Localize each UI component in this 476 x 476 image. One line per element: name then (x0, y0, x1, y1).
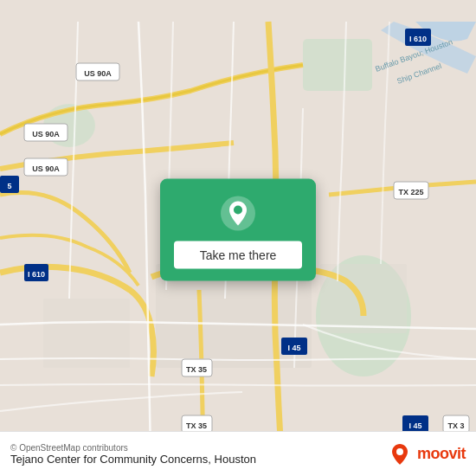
svg-point-36 (234, 206, 242, 215)
svg-rect-5 (43, 299, 130, 368)
svg-text:TX 35: TX 35 (186, 365, 207, 374)
svg-text:I 45: I 45 (408, 421, 421, 430)
location-name: Tejano Center for Community Concerns, Ho… (10, 453, 256, 466)
svg-point-37 (396, 448, 403, 455)
map-container: US 90A US 90A US 90A 5 I 610 I 610 I 45 … (0, 0, 476, 476)
bottom-bar: © OpenStreetMap contributors Tejano Cent… (0, 431, 476, 476)
moovit-pin-icon (388, 442, 412, 466)
svg-text:I 610: I 610 (28, 270, 45, 279)
moovit-brand-text: moovit (417, 445, 466, 463)
svg-text:I 45: I 45 (287, 344, 300, 352)
osm-credit: © OpenStreetMap contributors (10, 443, 256, 453)
moovit-logo: moovit (388, 442, 466, 466)
svg-text:TX 35: TX 35 (186, 421, 207, 430)
svg-text:US 90A: US 90A (32, 130, 60, 138)
svg-text:TX 3: TX 3 (447, 421, 464, 430)
svg-text:I 610: I 610 (409, 35, 427, 43)
svg-text:TX 225: TX 225 (398, 188, 423, 196)
location-pin-icon (219, 195, 257, 233)
location-card: Take me there (160, 179, 316, 281)
svg-text:5: 5 (7, 182, 11, 190)
bottom-left-info: © OpenStreetMap contributors Tejano Cent… (10, 443, 256, 466)
take-me-there-button[interactable]: Take me there (174, 241, 302, 269)
svg-text:US 90A: US 90A (32, 164, 60, 173)
svg-rect-3 (303, 39, 372, 91)
svg-text:US 90A: US 90A (84, 69, 112, 78)
